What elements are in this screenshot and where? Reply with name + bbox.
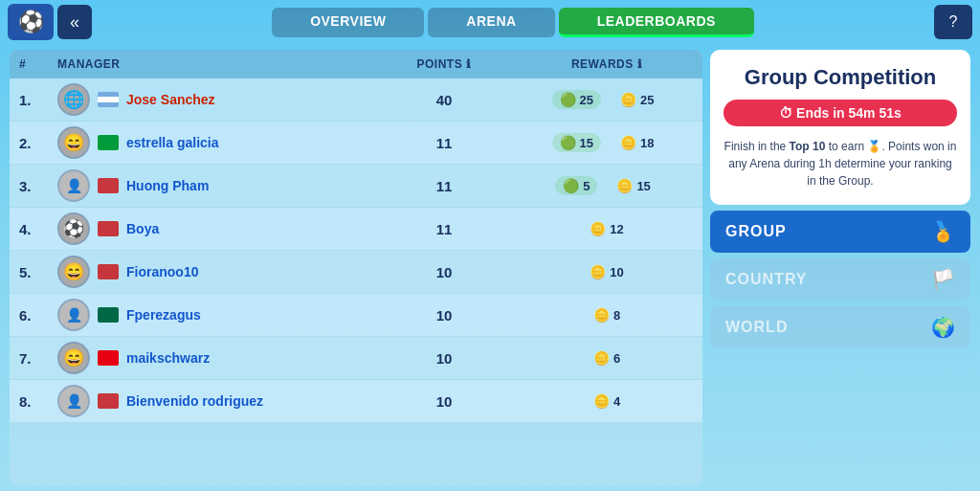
points-7: 10 (368, 350, 521, 367)
green-val-1: 25 (580, 93, 593, 107)
avatar-5: 😄 (57, 256, 90, 288)
filter-world-icon: 🌍 (931, 316, 955, 339)
back-icon: « (70, 12, 79, 33)
avatar-7: 😄 (57, 342, 90, 374)
right-panel: Group Competition ⏱ Ends in 54m 51s Fini… (710, 50, 970, 485)
rank-6: 6. (19, 307, 57, 324)
rewards-7: 🪙 6 (521, 348, 693, 368)
tab-leaderboards[interactable]: LEADERBOARDS (559, 8, 754, 37)
manager-7: 😄 maikschwarz (57, 342, 368, 374)
main-content: # MANAGER POINTS ℹ REWARDS ℹ 1. 🌐 Jose S… (0, 44, 980, 491)
rank-5: 5. (19, 264, 57, 280)
gc-timer: ⏱ Ends in 54m 51s (724, 100, 957, 126)
logo-icon: ⚽ (18, 10, 44, 34)
filter-group[interactable]: GROUP 🏅 (710, 211, 970, 253)
back-button[interactable]: « (57, 5, 92, 39)
rank-7: 7. (19, 350, 57, 367)
reward-gold-1: 🪙 25 (612, 90, 661, 109)
manager-name-8: Bienvenido rodriguez (126, 393, 263, 409)
nav-tabs: OVERVIEW ARENA LEADERBOARDS (96, 8, 930, 37)
reward-gold-2: 🪙 18 (612, 133, 661, 152)
manager-4: ⚽ Boya (57, 212, 368, 245)
filter-group-icon: 🏅 (931, 220, 955, 243)
table-row: 1. 🌐 Jose Sanchez 40 🟢 25 🪙 25 (10, 78, 702, 122)
reward-green-3: 🟢 5 (555, 176, 597, 195)
manager-1: 🌐 Jose Sanchez (57, 83, 368, 116)
rank-2: 2. (19, 135, 57, 151)
gold-val-6: 8 (613, 308, 620, 323)
flag-1 (98, 92, 119, 107)
manager-name-3: Huong Pham (126, 178, 209, 193)
gold-val-3: 15 (636, 179, 650, 193)
help-icon: ? (949, 13, 958, 31)
green-val-3: 5 (583, 179, 590, 193)
header-rank: # (19, 57, 57, 71)
flag-8 (98, 393, 119, 409)
help-button[interactable]: ? (934, 5, 972, 39)
filter-world[interactable]: WORLD 🌍 (710, 306, 970, 348)
rewards-4: 🪙 12 (521, 219, 693, 238)
tab-arena[interactable]: ARENA (428, 8, 554, 37)
filter-country-icon: 🏳️ (931, 268, 955, 291)
flag-6 (98, 307, 119, 323)
reward-green-2: 🟢 15 (552, 133, 601, 152)
gold-icon-7: 🪙 (593, 350, 610, 366)
tab-overview[interactable]: OVERVIEW (272, 8, 424, 37)
points-6: 10 (368, 307, 521, 324)
flag-2 (98, 135, 119, 150)
points-2: 11 (368, 135, 521, 151)
points-3: 11 (368, 178, 521, 194)
gold-icon-3: 🪙 (616, 178, 633, 193)
gc-description: Finish in the Top 10 to earn 🏅. Points w… (724, 138, 957, 190)
table-row: 4. ⚽ Boya 11 🪙 12 (10, 208, 702, 251)
rewards-8: 🪙 4 (521, 391, 693, 411)
reward-green-1: 🟢 25 (552, 90, 601, 109)
gold-icon-6: 🪙 (593, 307, 610, 323)
gold-val-7: 6 (613, 351, 620, 366)
green-icon-1: 🟢 (560, 92, 576, 107)
gold-icon-4: 🪙 (590, 221, 606, 236)
avatar-4: ⚽ (57, 212, 90, 245)
rank-8: 8. (19, 393, 57, 410)
rewards-1: 🟢 25 🪙 25 (521, 90, 693, 109)
gold-icon-8: 🪙 (593, 393, 610, 409)
points-1: 40 (368, 92, 521, 108)
avatar-1: 🌐 (57, 83, 90, 116)
reward-gold-8: 🪙 4 (586, 391, 628, 411)
manager-name-5: Fioranoo10 (126, 264, 198, 279)
gc-title: Group Competition (724, 65, 957, 90)
reward-gold-5: 🪙 10 (582, 262, 631, 281)
green-val-2: 15 (580, 136, 593, 150)
filter-world-label: WORLD (725, 319, 788, 336)
avatar-6: 👤 (57, 299, 90, 331)
reward-gold-6: 🪙 8 (586, 305, 628, 324)
gold-val-2: 18 (640, 136, 654, 150)
avatar-8: 👤 (57, 385, 90, 417)
manager-name-4: Boya (126, 221, 159, 236)
manager-name-6: Fperezagus (126, 307, 201, 323)
app-logo: ⚽ (8, 4, 54, 40)
gold-icon-5: 🪙 (590, 264, 606, 279)
gold-val-1: 25 (640, 93, 654, 107)
filter-group-label: GROUP (725, 223, 787, 240)
gold-val-5: 10 (610, 265, 623, 279)
avatar-3: 👤 (57, 169, 90, 202)
header-points: POINTS ℹ (368, 57, 521, 71)
table-row: 8. 👤 Bienvenido rodriguez 10 🪙 4 (10, 380, 702, 423)
manager-6: 👤 Fperezagus (57, 299, 368, 331)
points-5: 10 (368, 264, 521, 280)
points-4: 11 (368, 221, 521, 237)
gold-val-4: 12 (610, 222, 623, 236)
green-icon-2: 🟢 (560, 135, 576, 150)
rewards-2: 🟢 15 🪙 18 (521, 133, 693, 152)
filter-country[interactable]: COUNTRY 🏳️ (710, 258, 970, 301)
gold-icon-2: 🪙 (620, 135, 636, 150)
flag-7 (98, 350, 119, 366)
table-row: 7. 😄 maikschwarz 10 🪙 6 (10, 337, 702, 380)
manager-5: 😄 Fioranoo10 (57, 256, 368, 288)
table-row: 6. 👤 Fperezagus 10 🪙 8 (10, 294, 702, 337)
reward-gold-3: 🪙 15 (609, 176, 657, 195)
manager-8: 👤 Bienvenido rodriguez (57, 385, 368, 417)
manager-3: 👤 Huong Pham (57, 169, 368, 202)
points-8: 10 (368, 393, 521, 410)
